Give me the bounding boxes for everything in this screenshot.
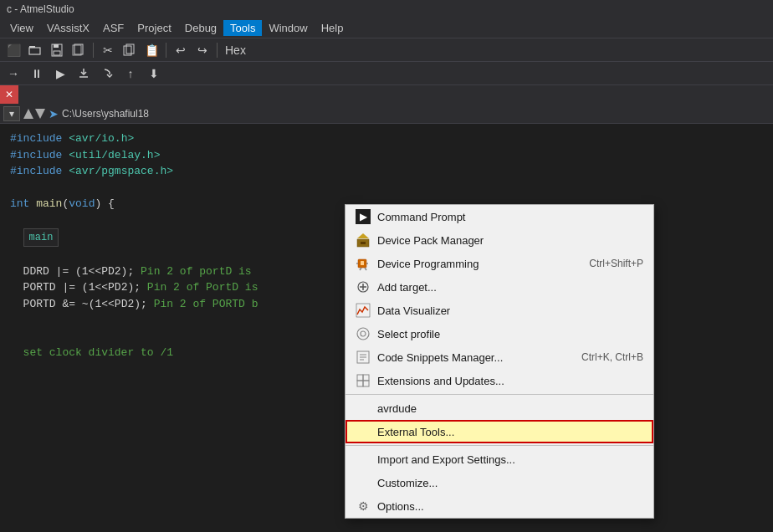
svg-rect-3 (54, 44, 59, 48)
menu-extensions[interactable]: Extensions and Updates... (346, 369, 653, 392)
svg-rect-33 (363, 381, 369, 386)
tb-hex-label: Hex (222, 41, 249, 59)
nav-up-arrow (23, 109, 33, 119)
menu-device-pack-manager[interactable]: Device Pack Manager (346, 228, 653, 252)
menu-item-window[interactable]: Window (262, 20, 314, 36)
title-bar: c - AtmelStudio (0, 0, 773, 18)
svg-rect-19 (361, 261, 364, 265)
menu-customize[interactable]: Customize... (346, 471, 653, 494)
tb-redo-btn[interactable]: ↪ (192, 41, 212, 59)
menu-add-target[interactable]: Add target... (346, 275, 653, 299)
autocomplete-popup: main (23, 228, 59, 247)
title-text: c - AtmelStudio (7, 3, 74, 15)
app-window: c - AtmelStudio View VAssistX ASF Projec… (0, 0, 773, 532)
menu-import-export[interactable]: Import and Export Settings... (346, 448, 653, 471)
tb-new-btn[interactable]: ⬛ (3, 41, 23, 59)
code-snippets-icon (356, 350, 371, 365)
tb-step-into[interactable] (74, 64, 94, 83)
tb-copy-btn[interactable] (120, 41, 140, 59)
svg-rect-1 (29, 48, 40, 54)
dropdown-separator-1 (346, 394, 653, 395)
menu-item-view[interactable]: View (3, 20, 40, 36)
menu-item-tools[interactable]: Tools (223, 20, 262, 36)
toolbar-sep-2 (166, 43, 166, 58)
path-separator: ➤ (49, 107, 59, 120)
menu-data-visualizer[interactable]: Data Visualizer (346, 299, 653, 322)
svg-rect-13 (361, 242, 366, 244)
extensions-icon (356, 373, 371, 388)
tab-close-btn[interactable]: ✕ (0, 85, 18, 104)
svg-line-15 (360, 268, 361, 270)
tb-pause-btn[interactable]: ⏸ (27, 64, 47, 83)
dropdown-separator-2 (346, 445, 653, 446)
toolbar-debug: → ⏸ ▶ ↑ ⬇ (0, 62, 773, 85)
path-dropdown[interactable]: ▾ (3, 106, 20, 121)
tb-step-over[interactable] (97, 64, 117, 83)
menu-bar: View VAssistX ASF Project Debug Tools Wi… (0, 18, 773, 38)
tb-step-out[interactable]: ↑ (120, 64, 141, 83)
data-visualizer-icon (356, 303, 371, 318)
svg-marker-10 (35, 109, 45, 119)
menu-avrdude[interactable]: avrdude (346, 396, 653, 420)
code-line-4 (10, 180, 763, 197)
import-export-icon (356, 452, 371, 467)
tb-paste-btn[interactable]: 📋 (141, 41, 161, 59)
options-icon: ⚙ (356, 499, 371, 514)
svg-rect-4 (54, 51, 60, 55)
command-prompt-icon: ▶ (356, 209, 371, 224)
code-line-3: #include <avr/pgmspace.h> (10, 163, 763, 180)
customize-icon (356, 475, 371, 490)
tb-cut-btn[interactable]: ✂ (98, 41, 118, 59)
path-text: C:\Users\yshafiul18 (62, 108, 149, 120)
tb-save-all-btn[interactable] (69, 41, 89, 59)
menu-device-programming[interactable]: Device Programming Ctrl+Shift+P (346, 252, 653, 275)
menu-code-snippets[interactable]: Code Snippets Manager... Ctrl+K, Ctrl+B (346, 345, 653, 369)
toolbar-main: ⬛ ✂ 📋 ↩ ↪ Hex (0, 38, 773, 62)
menu-external-tools[interactable]: External Tools... (346, 420, 653, 443)
tb-save-btn[interactable] (47, 41, 67, 59)
svg-marker-9 (23, 109, 33, 119)
tb-run-btn[interactable]: ▶ (50, 64, 70, 83)
tools-dropdown-menu: ▶ Command Prompt Device Pack Manager (345, 204, 654, 519)
path-bar: ▾ ➤ C:\Users\yshafiul18 (0, 104, 773, 124)
tb-undo-btn[interactable]: ↩ (171, 41, 191, 59)
menu-item-debug[interactable]: Debug (178, 20, 223, 36)
svg-line-16 (365, 268, 366, 270)
nav-down-arrow (35, 109, 45, 119)
svg-rect-32 (363, 375, 369, 381)
add-target-icon (356, 279, 371, 294)
menu-item-help[interactable]: Help (315, 20, 351, 36)
select-profile-icon (356, 326, 371, 341)
device-programming-icon (356, 256, 371, 271)
menu-item-asf[interactable]: ASF (96, 20, 131, 36)
tab-bar: ✕ (0, 85, 773, 104)
code-line-2: #include <util/delay.h> (10, 147, 763, 164)
menu-options[interactable]: ⚙ Options... (346, 494, 653, 518)
menu-item-project[interactable]: Project (131, 20, 177, 36)
toolbar-sep-1 (93, 43, 94, 58)
svg-rect-30 (357, 375, 363, 381)
menu-command-prompt[interactable]: ▶ Command Prompt (346, 205, 653, 228)
code-line-1: #include <avr/io.h> (10, 130, 763, 147)
svg-marker-12 (357, 233, 369, 238)
device-pack-icon (356, 233, 371, 248)
menu-select-profile[interactable]: Select profile (346, 322, 653, 345)
menu-item-vassistx[interactable]: VAssistX (40, 20, 96, 36)
svg-point-25 (361, 331, 366, 336)
tb-reset-btn[interactable]: ⬇ (144, 64, 164, 83)
svg-point-24 (357, 328, 369, 340)
toolbar-sep-3 (217, 43, 218, 58)
editor-container: #include <avr/io.h> #include <util/delay… (0, 124, 773, 532)
tb-nav-back[interactable]: → (3, 64, 23, 83)
external-tools-icon (356, 424, 371, 439)
tb-open-btn[interactable] (25, 41, 45, 59)
avrdude-icon (356, 401, 371, 416)
svg-rect-31 (357, 381, 363, 386)
